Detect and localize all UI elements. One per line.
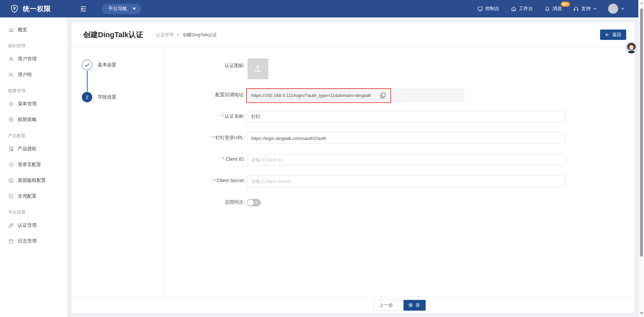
scrollbar-up-arrow-icon[interactable]	[640, 2, 643, 4]
copy-icon[interactable]	[380, 92, 386, 99]
sidebar-item-menu-management[interactable]: 菜单管理	[0, 96, 67, 112]
toggle-state-text: 关	[255, 200, 258, 205]
step-basic-settings[interactable]: 基本设置	[82, 60, 116, 70]
shield-check-icon	[8, 194, 14, 199]
platform-nav-dropdown[interactable]: 平台导航	[102, 4, 141, 14]
callback-url-field: https://192.168.0.111/login/?auth_type=1…	[247, 89, 464, 102]
step-connector-line	[87, 71, 88, 92]
step-field-settings[interactable]: 2 字段设置	[82, 92, 116, 102]
sidebar-item-label: 日志管理	[18, 238, 37, 244]
shield-logo-icon	[10, 4, 19, 13]
sidebar-item-user-group[interactable]: 用户组	[0, 67, 67, 83]
brand-title: 统一权限	[23, 4, 51, 13]
home-icon	[8, 27, 14, 33]
sidebar-item-auth-management[interactable]: 认证管理	[0, 217, 67, 233]
breadcrumb-parent[interactable]: 认证管理	[156, 32, 173, 38]
wrench-icon	[8, 223, 14, 228]
sidebar-item-label: 用户管理	[18, 56, 37, 62]
workbench-nav-item[interactable]: 工作台	[511, 6, 533, 12]
breadcrumb: 认证管理 > 创建DingTalk认证	[156, 32, 217, 38]
assistant-avatar-button[interactable]	[625, 42, 637, 54]
user-icon	[8, 56, 14, 62]
monitor-icon	[477, 6, 483, 12]
sidebar-item-label: 全局配置	[18, 193, 37, 199]
sidebar-section-perm: 权限管理	[0, 83, 67, 96]
sidebar-section-platform: 平台设置	[0, 204, 67, 217]
arrow-left-icon	[605, 33, 609, 37]
sidebar-section-product: 产品配置	[0, 127, 67, 141]
sidebar-item-label: 产品授权	[18, 146, 37, 152]
icon-upload-button[interactable]	[248, 58, 268, 79]
upload-icon	[254, 64, 262, 73]
login-icon	[8, 162, 14, 167]
page-title: 创建DingTalk认证	[83, 30, 143, 40]
navbar-right: 控制台 工作台 消息 99+	[477, 4, 634, 14]
sidebar-item-label: 登录页配置	[18, 162, 41, 168]
step-done-check-icon	[82, 60, 92, 70]
save-button[interactable]: 保 存	[404, 300, 426, 311]
steps-panel: 基本设置 2 字段设置	[72, 47, 164, 297]
scrollbar-thumb[interactable]	[640, 8, 643, 257]
console-label: 控制台	[485, 6, 499, 12]
callback-url-label: 配置回调地址:	[164, 92, 245, 98]
breadcrumb-current: 创建DingTalk认证	[183, 32, 217, 38]
sidebar-item-label: 认证管理	[18, 222, 37, 228]
messages-nav-item[interactable]: 消息 99+	[544, 6, 562, 12]
brand: 统一权限	[10, 4, 74, 13]
sidebar-item-log-management[interactable]: 日志管理	[0, 233, 67, 249]
client-id-label: *Client ID:	[164, 156, 245, 162]
client-secret-label: *Client Secret:	[164, 178, 245, 183]
card-body: 基本设置 2 字段设置 认证图标: 配置回调地	[72, 47, 634, 297]
menu-lines-icon	[8, 101, 14, 107]
home-icon	[511, 6, 517, 12]
sidebar-item-label: 菜单管理	[18, 101, 37, 107]
step-label: 基本设置	[98, 62, 116, 68]
message-count-badge: 99+	[561, 2, 570, 7]
sidebar-section-org: 组织管理	[0, 38, 67, 51]
step-number: 2	[82, 92, 92, 102]
toggle-knob	[248, 200, 254, 206]
dingtalk-login-url-label: *钉钉登录URL:	[164, 135, 245, 141]
auth-name-input[interactable]	[247, 111, 566, 122]
platform-nav-label: 平台导航	[108, 6, 127, 12]
chevron-down-icon	[621, 7, 625, 10]
back-label: 返回	[612, 32, 621, 38]
assistant-face	[629, 45, 634, 50]
sidebar-item-copyright-config[interactable]: 底部版权配置	[0, 172, 67, 188]
document-badge-icon	[8, 146, 14, 152]
top-navbar: 统一权限 平台导航 控制台 工作台	[0, 0, 644, 17]
sidebar-item-global-config[interactable]: 全局配置	[0, 188, 67, 204]
dingtalk-login-url-input[interactable]	[247, 133, 566, 144]
enable-sync-label: 启用同步:	[164, 199, 245, 205]
support-nav-item[interactable]: 支持	[573, 6, 597, 12]
support-label: 支持	[581, 6, 591, 12]
copyright-icon	[8, 178, 14, 183]
caret-down-icon	[132, 8, 136, 10]
enable-sync-toggle[interactable]: 关	[247, 199, 261, 206]
sidebar-item-login-page-config[interactable]: 登录页配置	[0, 157, 67, 172]
shield-search-icon	[8, 117, 14, 122]
previous-step-button[interactable]: 上一步	[373, 300, 399, 311]
user-avatar-menu[interactable]	[608, 4, 625, 14]
collapse-menu-icon[interactable]	[80, 5, 87, 12]
back-button[interactable]: 返回	[600, 30, 626, 40]
sidebar-item-product-license[interactable]: 产品授权	[0, 141, 67, 157]
client-id-input[interactable]	[247, 154, 566, 165]
sidebar-item-label: 用户组	[18, 72, 32, 78]
sidebar-item-label: 概览	[18, 27, 27, 33]
auth-icon-label: 认证图标:	[164, 63, 245, 69]
auth-form: 认证图标: 配置回调地址: https://192.168.0.111/logi…	[164, 47, 634, 297]
headset-icon	[573, 6, 579, 12]
form-footer: 上一步 保 存	[72, 297, 634, 313]
scrollbar-down-arrow-icon[interactable]	[640, 312, 643, 314]
sidebar-item-overview[interactable]: 概览	[0, 22, 67, 38]
bell-icon	[544, 6, 550, 12]
sidebar: 概览 组织管理 用户管理 用户组 权限管理 菜单管理	[0, 17, 67, 317]
sidebar-item-permission-policy[interactable]: 权限策略	[0, 112, 67, 127]
messages-label: 消息	[552, 6, 562, 12]
page-scrollbar[interactable]	[638, 0, 644, 317]
client-secret-input[interactable]	[247, 175, 566, 187]
callback-url-value: https://192.168.0.111/login/?auth_type=1…	[251, 93, 371, 98]
console-nav-item[interactable]: 控制台	[477, 6, 499, 12]
sidebar-item-user-management[interactable]: 用户管理	[0, 51, 67, 67]
